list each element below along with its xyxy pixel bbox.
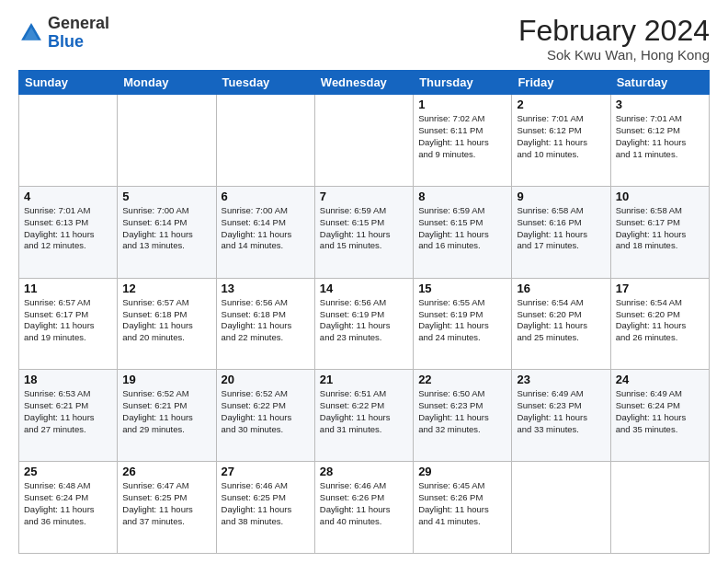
day-info: Sunrise: 6:47 AM Sunset: 6:25 PM Dayligh… [122,480,210,527]
day-info: Sunrise: 6:48 AM Sunset: 6:24 PM Dayligh… [24,480,112,527]
day-cell: 10Sunrise: 6:58 AM Sunset: 6:17 PM Dayli… [610,186,709,278]
day-header-tuesday: Tuesday [216,71,314,95]
day-info: Sunrise: 6:53 AM Sunset: 6:21 PM Dayligh… [24,388,112,435]
day-cell: 27Sunrise: 6:46 AM Sunset: 6:25 PM Dayli… [216,462,314,554]
day-number: 21 [320,373,408,386]
day-number: 27 [222,465,310,478]
week-row-2: 11Sunrise: 6:57 AM Sunset: 6:17 PM Dayli… [19,278,710,370]
day-number: 5 [122,190,210,203]
day-number: 6 [222,190,310,203]
day-header-monday: Monday [118,71,216,95]
day-cell: 25Sunrise: 6:48 AM Sunset: 6:24 PM Dayli… [19,462,118,554]
day-cell: 5Sunrise: 7:00 AM Sunset: 6:14 PM Daylig… [118,186,216,278]
day-cell: 11Sunrise: 6:57 AM Sunset: 6:17 PM Dayli… [19,278,118,370]
day-number: 8 [418,190,506,203]
calendar-table: SundayMondayTuesdayWednesdayThursdayFrid… [18,70,710,554]
day-cell [118,95,216,187]
day-header-wednesday: Wednesday [314,71,413,95]
day-cell: 14Sunrise: 6:56 AM Sunset: 6:19 PM Dayli… [314,278,413,370]
day-header-thursday: Thursday [414,71,512,95]
day-cell: 19Sunrise: 6:52 AM Sunset: 6:21 PM Dayli… [118,370,216,462]
day-info: Sunrise: 6:57 AM Sunset: 6:17 PM Dayligh… [24,297,112,344]
day-number: 12 [122,282,210,295]
day-info: Sunrise: 6:56 AM Sunset: 6:18 PM Dayligh… [222,297,310,344]
week-row-1: 4Sunrise: 7:01 AM Sunset: 6:13 PM Daylig… [19,186,710,278]
day-number: 9 [517,190,605,203]
day-cell: 26Sunrise: 6:47 AM Sunset: 6:25 PM Dayli… [118,462,216,554]
day-number: 14 [320,282,408,295]
day-info: Sunrise: 7:01 AM Sunset: 6:12 PM Dayligh… [616,113,704,160]
day-number: 18 [24,373,112,386]
day-number: 20 [222,373,310,386]
day-number: 25 [24,465,112,478]
calendar-title: February 2024 [518,15,710,47]
day-info: Sunrise: 6:58 AM Sunset: 6:16 PM Dayligh… [517,205,605,252]
day-info: Sunrise: 6:46 AM Sunset: 6:26 PM Dayligh… [320,480,408,527]
day-cell: 17Sunrise: 6:54 AM Sunset: 6:20 PM Dayli… [610,278,709,370]
day-cell [19,95,118,187]
day-number: 1 [418,98,506,111]
logo-icon [18,20,44,46]
day-cell [314,95,413,187]
day-header-friday: Friday [512,71,610,95]
day-number: 26 [122,465,210,478]
day-number: 28 [320,465,408,478]
day-number: 17 [616,282,704,295]
day-number: 4 [24,190,112,203]
day-info: Sunrise: 6:55 AM Sunset: 6:19 PM Dayligh… [418,297,506,344]
day-number: 11 [24,282,112,295]
day-cell [610,462,709,554]
day-info: Sunrise: 6:59 AM Sunset: 6:15 PM Dayligh… [418,205,506,252]
week-row-0: 1Sunrise: 7:02 AM Sunset: 6:11 PM Daylig… [19,95,710,187]
day-info: Sunrise: 7:02 AM Sunset: 6:11 PM Dayligh… [418,113,506,160]
day-cell: 21Sunrise: 6:51 AM Sunset: 6:22 PM Dayli… [314,370,413,462]
day-info: Sunrise: 6:54 AM Sunset: 6:20 PM Dayligh… [517,297,605,344]
title-block: February 2024 Sok Kwu Wan, Hong Kong [518,15,710,63]
day-cell: 3Sunrise: 7:01 AM Sunset: 6:12 PM Daylig… [610,95,709,187]
day-info: Sunrise: 7:00 AM Sunset: 6:14 PM Dayligh… [222,205,310,252]
day-info: Sunrise: 6:51 AM Sunset: 6:22 PM Dayligh… [320,388,408,435]
day-number: 15 [418,282,506,295]
logo-text: GeneralBlue [48,15,109,52]
calendar-page: GeneralBlue February 2024 Sok Kwu Wan, H… [0,0,728,563]
logo: GeneralBlue [18,15,109,52]
day-cell: 6Sunrise: 7:00 AM Sunset: 6:14 PM Daylig… [216,186,314,278]
day-number: 2 [517,98,605,111]
day-info: Sunrise: 6:49 AM Sunset: 6:24 PM Dayligh… [616,388,704,435]
day-info: Sunrise: 6:54 AM Sunset: 6:20 PM Dayligh… [616,297,704,344]
day-info: Sunrise: 6:46 AM Sunset: 6:25 PM Dayligh… [222,480,310,527]
day-cell: 23Sunrise: 6:49 AM Sunset: 6:23 PM Dayli… [512,370,610,462]
day-info: Sunrise: 7:01 AM Sunset: 6:13 PM Dayligh… [24,205,112,252]
day-info: Sunrise: 7:00 AM Sunset: 6:14 PM Dayligh… [122,205,210,252]
day-cell: 20Sunrise: 6:52 AM Sunset: 6:22 PM Dayli… [216,370,314,462]
day-cell: 12Sunrise: 6:57 AM Sunset: 6:18 PM Dayli… [118,278,216,370]
week-row-3: 18Sunrise: 6:53 AM Sunset: 6:21 PM Dayli… [19,370,710,462]
day-info: Sunrise: 6:52 AM Sunset: 6:22 PM Dayligh… [222,388,310,435]
day-number: 13 [222,282,310,295]
day-info: Sunrise: 6:56 AM Sunset: 6:19 PM Dayligh… [320,297,408,344]
day-info: Sunrise: 6:52 AM Sunset: 6:21 PM Dayligh… [122,388,210,435]
day-cell: 13Sunrise: 6:56 AM Sunset: 6:18 PM Dayli… [216,278,314,370]
calendar-subtitle: Sok Kwu Wan, Hong Kong [518,47,710,63]
day-number: 22 [418,373,506,386]
day-info: Sunrise: 6:58 AM Sunset: 6:17 PM Dayligh… [616,205,704,252]
week-row-4: 25Sunrise: 6:48 AM Sunset: 6:24 PM Dayli… [19,462,710,554]
day-cell: 8Sunrise: 6:59 AM Sunset: 6:15 PM Daylig… [414,186,512,278]
day-header-sunday: Sunday [19,71,118,95]
day-cell: 7Sunrise: 6:59 AM Sunset: 6:15 PM Daylig… [314,186,413,278]
day-number: 7 [320,190,408,203]
day-info: Sunrise: 6:59 AM Sunset: 6:15 PM Dayligh… [320,205,408,252]
day-cell [512,462,610,554]
day-number: 24 [616,373,704,386]
day-info: Sunrise: 6:45 AM Sunset: 6:26 PM Dayligh… [418,480,506,527]
day-cell: 29Sunrise: 6:45 AM Sunset: 6:26 PM Dayli… [414,462,512,554]
day-cell: 15Sunrise: 6:55 AM Sunset: 6:19 PM Dayli… [414,278,512,370]
day-header-saturday: Saturday [610,71,709,95]
day-header-row: SundayMondayTuesdayWednesdayThursdayFrid… [19,71,710,95]
day-number: 16 [517,282,605,295]
day-cell: 22Sunrise: 6:50 AM Sunset: 6:23 PM Dayli… [414,370,512,462]
day-number: 29 [418,465,506,478]
day-info: Sunrise: 6:49 AM Sunset: 6:23 PM Dayligh… [517,388,605,435]
day-info: Sunrise: 6:50 AM Sunset: 6:23 PM Dayligh… [418,388,506,435]
day-cell: 4Sunrise: 7:01 AM Sunset: 6:13 PM Daylig… [19,186,118,278]
